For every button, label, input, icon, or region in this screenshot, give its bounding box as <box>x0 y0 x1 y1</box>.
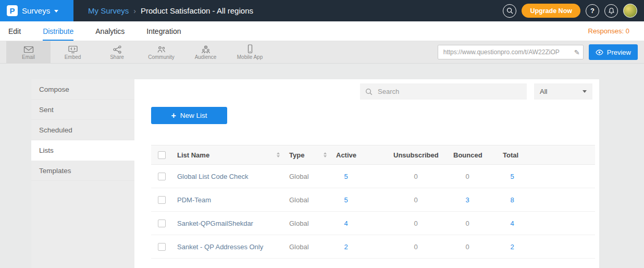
breadcrumb-separator: › <box>133 7 136 15</box>
active-count[interactable]: 5 <box>336 173 356 180</box>
breadcrumb-my-surveys[interactable]: My Surveys <box>88 6 129 15</box>
topbar-actions: Upgrade Now ? <box>503 4 644 18</box>
list-filters: All <box>134 79 599 100</box>
embed-icon <box>68 44 78 54</box>
toolbar-item-share[interactable]: Share <box>95 41 139 63</box>
bounced-count: 0 <box>453 243 481 251</box>
sidebar-item-compose[interactable]: Compose <box>31 79 134 100</box>
main-area: Compose Sent Scheduled Lists Templates A… <box>0 64 644 268</box>
row-checkbox[interactable] <box>158 243 166 251</box>
edit-url-pencil-icon[interactable]: ✎ <box>574 48 580 56</box>
table-row: Sanket-QPGmailShekdar Global 4 0 0 4 <box>151 212 595 235</box>
sidebar-item-lists[interactable]: Lists <box>31 140 134 161</box>
select-all-checkbox[interactable] <box>158 151 166 159</box>
list-type: Global <box>289 173 336 180</box>
toolbar-item-community[interactable]: Community <box>139 41 183 63</box>
list-name-link[interactable]: Sanket-QPGmailShekdar <box>177 220 253 227</box>
list-type: Global <box>289 220 336 227</box>
top-bar: P Surveys My Surveys › Product Satisfact… <box>0 0 644 21</box>
list-search-box <box>360 83 527 100</box>
column-header-active: Active <box>336 151 393 159</box>
bounced-count[interactable]: 3 <box>453 196 481 204</box>
user-avatar[interactable] <box>623 4 637 18</box>
sidebar-item-scheduled[interactable]: Scheduled <box>31 120 134 140</box>
toolbar-item-mobile-app[interactable]: Mobile App <box>228 41 272 63</box>
sidebar-item-sent[interactable]: Sent <box>31 100 134 120</box>
tab-integration[interactable]: Integration <box>146 21 181 41</box>
surveys-product-menu[interactable]: P Surveys <box>0 0 73 21</box>
unsubscribed-count: 0 <box>393 173 438 180</box>
toolbar-item-embed[interactable]: Embed <box>51 41 95 63</box>
toolbar-item-label: Community <box>148 55 175 60</box>
lists-table: List Name Type Active Unsubscribed Bounc… <box>151 145 595 259</box>
chevron-down-icon <box>54 10 58 13</box>
toolbar-item-audience[interactable]: Audience <box>183 41 228 63</box>
community-icon <box>156 44 167 54</box>
toolbar-right: ✎ Preview <box>438 41 644 63</box>
toolbar-item-email[interactable]: Email <box>6 41 51 63</box>
survey-url-box: ✎ <box>438 45 584 59</box>
table-row: Global List Code Check Global 5 0 0 5 <box>151 165 595 188</box>
preview-label: Preview <box>607 48 631 56</box>
sidebar-item-templates[interactable]: Templates <box>31 161 134 181</box>
mobile-app-icon <box>247 44 253 54</box>
breadcrumb: My Surveys › Product Satisfaction - All … <box>88 6 253 15</box>
total-count[interactable]: 8 <box>503 196 522 204</box>
active-count[interactable]: 4 <box>336 220 356 227</box>
unsubscribed-count: 0 <box>393 243 438 251</box>
list-name-link[interactable]: Sanket - QP Addresses Only <box>177 243 263 251</box>
search-icon <box>365 88 373 95</box>
row-checkbox[interactable] <box>158 196 166 204</box>
toolbar-item-label: Embed <box>65 55 81 60</box>
notifications-button[interactable] <box>604 4 618 18</box>
page-title: Product Satisfaction - All regions <box>141 6 253 15</box>
toolbar-item-label: Email <box>22 55 35 60</box>
row-checkbox[interactable] <box>158 220 166 227</box>
search-icon <box>506 7 513 14</box>
new-list-button[interactable]: + New List <box>151 107 227 124</box>
responses-count: Responses: 0 <box>588 27 636 35</box>
distribute-toolbar: Email Embed Share Community Audience Mob… <box>0 41 644 64</box>
active-count[interactable]: 5 <box>336 196 356 204</box>
tab-edit[interactable]: Edit <box>8 21 21 41</box>
list-name-link[interactable]: Global List Code Check <box>177 173 249 180</box>
help-button[interactable]: ? <box>586 4 599 18</box>
logo-letter: P <box>9 7 15 15</box>
new-list-label: New List <box>180 112 207 119</box>
bounced-count: 0 <box>453 220 481 227</box>
bell-icon <box>608 7 615 15</box>
toolbar-item-label: Mobile App <box>237 55 263 60</box>
filter-selected-value: All <box>540 88 547 95</box>
toolbar-item-label: Share <box>110 55 124 60</box>
list-type-filter[interactable]: All <box>534 83 592 100</box>
table-row: PDM-Team Global 5 0 3 8 <box>151 188 595 212</box>
survey-url-input[interactable] <box>442 48 571 56</box>
list-type: Global <box>289 196 336 204</box>
tab-distribute[interactable]: Distribute <box>43 21 73 41</box>
list-name-link[interactable]: PDM-Team <box>177 196 211 204</box>
search-button[interactable] <box>503 4 516 18</box>
total-count[interactable]: 4 <box>503 220 522 227</box>
total-count[interactable]: 5 <box>503 173 522 180</box>
list-search-input[interactable] <box>377 87 522 96</box>
active-count[interactable]: 2 <box>336 243 356 251</box>
unsubscribed-count: 0 <box>393 196 438 204</box>
total-count[interactable]: 2 <box>503 243 522 251</box>
tab-analytics[interactable]: Analytics <box>95 21 125 41</box>
eye-icon <box>596 50 603 55</box>
product-label: Surveys <box>22 6 50 15</box>
sort-icon <box>324 152 327 157</box>
preview-button[interactable]: Preview <box>589 44 638 60</box>
sort-icon <box>277 152 280 157</box>
list-type: Global <box>289 243 336 251</box>
unsubscribed-count: 0 <box>393 220 438 227</box>
row-checkbox[interactable] <box>158 173 166 180</box>
plus-icon: + <box>171 112 176 120</box>
toolbar-item-label: Audience <box>195 55 217 60</box>
upgrade-now-button[interactable]: Upgrade Now <box>522 4 580 18</box>
share-icon <box>113 44 122 54</box>
column-header-type[interactable]: Type <box>289 151 336 159</box>
email-icon <box>23 44 34 54</box>
column-header-list-name[interactable]: List Name <box>177 151 289 159</box>
column-header-unsubscribed: Unsubscribed <box>393 151 453 159</box>
